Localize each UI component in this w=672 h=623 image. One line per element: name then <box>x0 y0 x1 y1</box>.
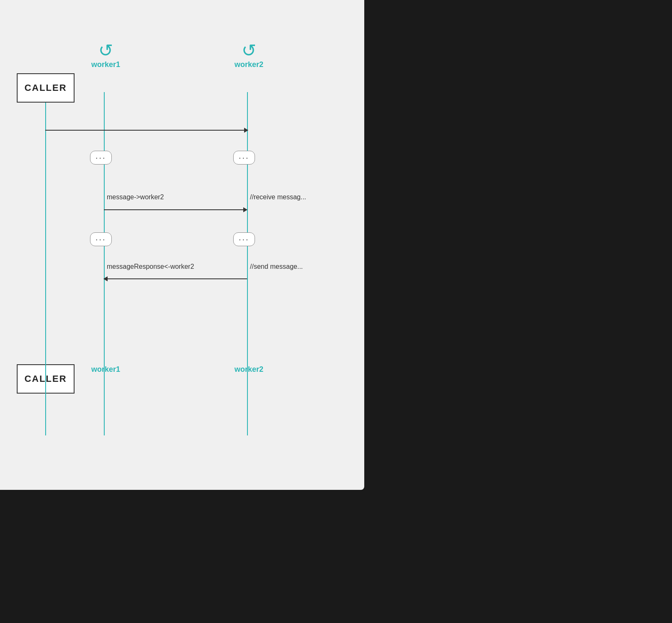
worker1-label-top: worker1 <box>91 60 120 69</box>
lifeline-worker2 <box>247 92 248 435</box>
arrow-response <box>104 278 247 279</box>
bottom-dark-panel <box>0 490 672 623</box>
actor-worker2-bottom: worker2 <box>234 364 263 374</box>
send-label: //send message... <box>250 263 303 270</box>
actor-worker1-top: ↺ worker1 <box>91 42 120 69</box>
lifeline-caller <box>45 103 46 435</box>
worker2-icon-top: ↺ <box>242 42 256 59</box>
dots-worker1-bottom: ··· <box>90 232 112 246</box>
actor-worker1-bottom: worker1 <box>91 364 120 374</box>
worker1-icon-top: ↺ <box>98 42 113 59</box>
diagram-panel: CALLER CALLER ↺ worker1 ↺ worker2 worker… <box>0 0 364 490</box>
actor-worker2-top: ↺ worker2 <box>234 42 263 69</box>
dots-worker2-top: ··· <box>233 151 255 165</box>
arrow-message <box>104 209 247 210</box>
right-dark-panel <box>364 0 672 490</box>
response-label: messageResponse<-worker2 <box>107 263 194 270</box>
lifeline-worker1 <box>104 92 105 435</box>
dots-worker2-bottom: ··· <box>233 232 255 246</box>
worker2-label-bottom: worker2 <box>234 365 263 374</box>
worker2-label-top: worker2 <box>234 60 263 69</box>
message-label: message->worker2 <box>107 193 164 201</box>
dots-worker1-top: ··· <box>90 151 112 165</box>
arrow-init <box>45 130 248 131</box>
caller-label-top: CALLER <box>24 82 67 93</box>
receive-label: //receive messag... <box>250 193 306 201</box>
caller-box-top: CALLER <box>17 73 75 103</box>
diagram-area: CALLER CALLER ↺ worker1 ↺ worker2 worker… <box>0 0 364 490</box>
worker1-label-bottom: worker1 <box>91 365 120 374</box>
